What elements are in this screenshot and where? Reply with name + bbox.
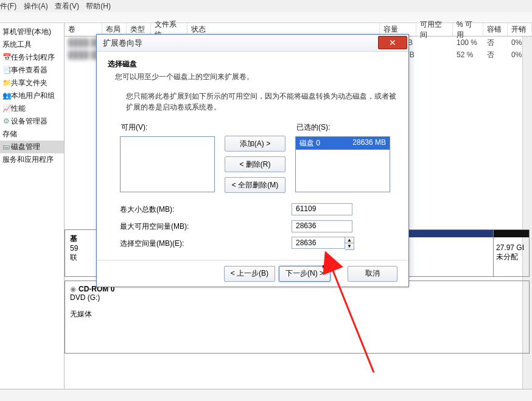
segment-color-bar <box>494 230 529 237</box>
total-size-label: 卷大小总数(MB): <box>120 204 292 215</box>
available-listbox[interactable] <box>120 136 215 192</box>
section-subtext: 您可以用至少一个磁盘上的空间来扩展卷。 <box>108 72 397 82</box>
menu-file[interactable]: 件(F) <box>0 2 16 10</box>
menu-view[interactable]: 查看(V) <box>55 2 79 10</box>
tree-root[interactable]: 算机管理(本地) <box>0 26 64 38</box>
tree-system-tools[interactable]: 系统工具 <box>0 38 64 51</box>
folder-icon: 📁 <box>2 78 10 87</box>
gear-icon: ⚙ <box>2 117 10 125</box>
tree-performance[interactable]: 📈性能 <box>0 102 64 115</box>
event-icon: 📑 <box>2 66 10 74</box>
toolbar[interactable] <box>0 12 532 23</box>
tree-local-users[interactable]: 👥本地用户和组 <box>0 89 64 102</box>
menu-action[interactable]: 操作(A) <box>24 2 48 10</box>
remove-all-button[interactable]: < 全部删除(M) <box>225 177 285 193</box>
calendar-icon: 📅 <box>2 53 10 61</box>
col-percent[interactable]: % 可用 <box>453 23 483 36</box>
select-space-spinner[interactable]: ▲ ▼ <box>292 237 354 250</box>
chart-icon: 📈 <box>2 104 10 113</box>
col-fault[interactable]: 容错 <box>483 23 508 36</box>
remove-button[interactable]: < 删除(R) <box>225 156 285 172</box>
cdrom-icon: ◉ <box>70 285 76 293</box>
col-free[interactable]: 可用空间 <box>416 23 453 36</box>
menu-bar[interactable]: 件(F) 操作(A) 查看(V) 帮助(H) <box>0 0 532 12</box>
row-pct: 100 % <box>453 38 483 47</box>
selected-listbox[interactable]: 磁盘 0 28636 MB <box>295 136 390 192</box>
tree-event-viewer[interactable]: 📑事件查看器 <box>0 64 64 77</box>
section-heading: 选择磁盘 <box>108 59 397 69</box>
nav-tree[interactable]: 算机管理(本地) 系统工具 📅任务计划程序 📑事件查看器 📁共享文件夹 👥本地用… <box>0 23 65 400</box>
spin-down-icon[interactable]: ▼ <box>345 243 354 249</box>
select-space-label: 选择空间量(MB)(E): <box>120 239 292 249</box>
segment-size: 27.97 GI <box>496 243 527 252</box>
list-item[interactable]: 磁盘 0 28636 MB <box>296 137 390 150</box>
total-size-value: 61109 <box>292 203 352 215</box>
select-space-input[interactable] <box>292 237 345 249</box>
disk-icon: 🖴 <box>2 142 10 151</box>
users-icon: 👥 <box>2 91 10 100</box>
cdrom-strip[interactable]: ◉CD-ROM 0 DVD (G:) 无媒体 <box>65 281 530 354</box>
tree-services-apps[interactable]: 服务和应用程序 <box>0 153 64 166</box>
add-button[interactable]: 添加(A) > <box>225 136 285 152</box>
menu-help[interactable]: 帮助(H) <box>86 2 111 10</box>
spin-up-icon[interactable]: ▲ <box>345 237 354 243</box>
list-item-name: 磁盘 0 <box>299 138 320 148</box>
list-item-size: 28636 MB <box>352 138 386 148</box>
max-space-label: 最大可用空间量(MB): <box>120 221 292 232</box>
available-label: 可用(V): <box>121 122 215 133</box>
max-space-value: 28636 <box>292 220 352 232</box>
dialog-titlebar[interactable]: 扩展卷向导 ✕ <box>97 35 408 52</box>
close-icon: ✕ <box>389 38 396 47</box>
cdrom-label: ◉CD-ROM 0 DVD (G:) 无媒体 <box>65 281 142 353</box>
disk-segment-unallocated[interactable]: 27.97 GI 未分配 <box>494 230 529 276</box>
close-button[interactable]: ✕ <box>378 36 407 49</box>
tree-device-manager[interactable]: ⚙设备管理器 <box>0 115 64 128</box>
tree-task-scheduler[interactable]: 📅任务计划程序 <box>0 51 64 64</box>
cancel-button[interactable]: 取消 <box>348 266 397 282</box>
info-note: 您只能将此卷扩展到如下所示的可用空间，因为不能将磁盘转换为动态磁盘，或者被扩展的… <box>126 91 397 113</box>
tree-shared-folders[interactable]: 📁共享文件夹 <box>0 77 64 89</box>
selected-label: 已选的(S): <box>296 122 390 133</box>
row-pct: 52 % <box>453 51 483 59</box>
tree-disk-management[interactable]: 🖴磁盘管理 <box>0 141 64 153</box>
dialog-title: 扩展卷向导 <box>103 38 142 49</box>
tree-storage[interactable]: 存储 <box>0 128 64 141</box>
segment-state: 未分配 <box>496 252 527 262</box>
row-fault: 否 <box>483 50 508 60</box>
status-bar <box>0 389 532 401</box>
back-button[interactable]: < 上一步(B) <box>224 266 275 282</box>
extend-volume-wizard: 扩展卷向导 ✕ 选择磁盘 您可以用至少一个磁盘上的空间来扩展卷。 您只能将此卷扩… <box>96 34 409 287</box>
col-overhead[interactable]: 开销 <box>508 23 532 36</box>
row-fault: 否 <box>483 38 508 48</box>
